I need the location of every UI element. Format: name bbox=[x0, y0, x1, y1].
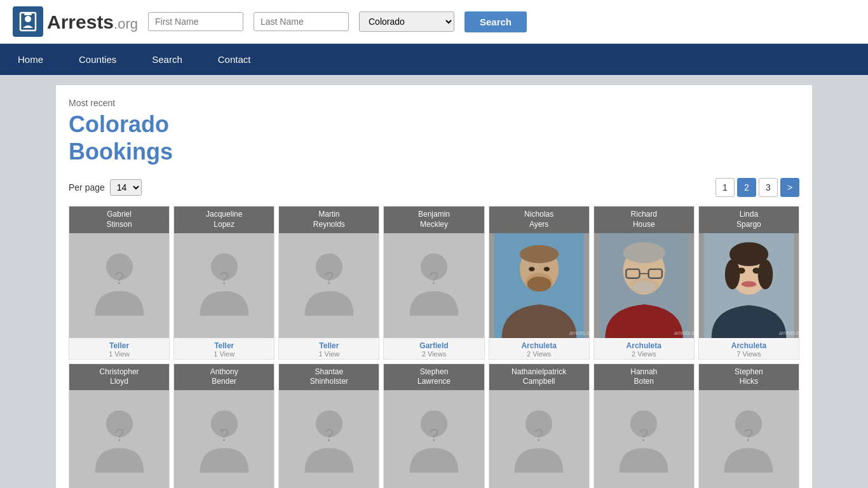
card-views: 1 View bbox=[281, 350, 376, 358]
card-name: AnthonyBender bbox=[174, 364, 274, 390]
page-3[interactable]: 3 bbox=[759, 178, 778, 197]
svg-point-14 bbox=[529, 267, 534, 271]
svg-point-35 bbox=[742, 281, 757, 287]
booking-card-shantae-shinholster[interactable]: ShantaeShinholster ? bbox=[278, 363, 379, 488]
subheading: Most recent bbox=[69, 98, 799, 108]
page-1[interactable]: 1 bbox=[715, 178, 735, 197]
per-page-area: Per page 7 14 21 28 bbox=[69, 179, 142, 196]
svg-text:arrests.org: arrests.org bbox=[674, 330, 693, 336]
card-photo: ? bbox=[384, 390, 484, 488]
nav-contact[interactable]: Contact bbox=[200, 44, 269, 75]
svg-text:?: ? bbox=[430, 426, 439, 445]
card-footer: Teller 1 View bbox=[174, 338, 274, 359]
booking-card-martin-reynolds[interactable]: MartinReynolds ? Teller 1 View bbox=[278, 206, 379, 359]
card-county: Teller bbox=[281, 341, 376, 350]
card-views: 2 Views bbox=[386, 350, 481, 358]
svg-text:?: ? bbox=[430, 269, 439, 288]
main-nav: Home Counties Search Contact bbox=[0, 44, 868, 75]
site-header: Arrests.org Colorado Alabama Alaska Ariz… bbox=[0, 0, 868, 44]
first-name-input[interactable] bbox=[148, 12, 243, 31]
card-photo: ? bbox=[174, 390, 274, 488]
svg-point-31 bbox=[725, 259, 740, 289]
state-select[interactable]: Colorado Alabama Alaska Arizona Californ… bbox=[359, 11, 454, 32]
card-photo: ? bbox=[279, 233, 379, 338]
booking-card-stephen-hicks[interactable]: StephenHicks ? bbox=[698, 363, 799, 488]
card-county: Archuleta bbox=[492, 341, 587, 350]
card-photo: arrests.org bbox=[489, 233, 589, 338]
main-content: Most recent ColoradoBookings Per page 7 … bbox=[56, 85, 812, 488]
card-photo: arrests.org bbox=[594, 233, 694, 338]
svg-point-21 bbox=[623, 242, 665, 263]
card-views: 7 Views bbox=[702, 350, 796, 358]
svg-point-15 bbox=[543, 267, 549, 271]
svg-point-26 bbox=[633, 281, 655, 292]
card-views: 2 Views bbox=[492, 350, 587, 358]
booking-card-hannah-boten[interactable]: HannahBoten ? bbox=[593, 363, 695, 488]
card-name: NathanielpatrickCampbell bbox=[489, 364, 589, 390]
card-photo: ? bbox=[174, 233, 274, 338]
booking-grid: GabrielStinson ? Teller 1 View Jacquelin… bbox=[69, 206, 799, 488]
svg-point-33 bbox=[738, 268, 745, 273]
booking-card-benjamin-meckley[interactable]: BenjaminMeckley ? Garfield 2 Views bbox=[383, 206, 484, 359]
card-county: Archuleta bbox=[597, 341, 691, 350]
card-county: Garfield bbox=[386, 341, 481, 350]
per-page-select[interactable]: 7 14 21 28 bbox=[110, 179, 142, 196]
booking-card-anthony-bender[interactable]: AnthonyBender ? bbox=[173, 363, 275, 488]
controls-row: Per page 7 14 21 28 1 2 3 > bbox=[69, 178, 799, 197]
svg-text:?: ? bbox=[324, 269, 334, 288]
card-photo: ? bbox=[384, 233, 484, 338]
card-footer: Archuleta 2 Views bbox=[489, 338, 589, 359]
svg-text:?: ? bbox=[324, 426, 334, 445]
page-title: ColoradoBookings bbox=[69, 111, 799, 165]
card-name: LindaSpargo bbox=[699, 207, 799, 233]
svg-text:?: ? bbox=[219, 426, 229, 445]
logo-icon bbox=[13, 6, 43, 37]
logo[interactable]: Arrests.org bbox=[13, 6, 138, 37]
svg-point-34 bbox=[752, 268, 760, 273]
card-photo: ? bbox=[69, 390, 169, 488]
svg-text:?: ? bbox=[534, 426, 544, 445]
card-name: NicholasAyers bbox=[489, 207, 589, 233]
card-county: Teller bbox=[72, 341, 166, 350]
last-name-input[interactable] bbox=[254, 12, 349, 31]
svg-text:?: ? bbox=[744, 426, 754, 445]
card-photo: ? bbox=[594, 390, 694, 488]
card-name: GabrielStinson bbox=[69, 207, 169, 233]
card-name: JacquelineLopez bbox=[174, 207, 274, 233]
card-name: StephenHicks bbox=[699, 364, 799, 390]
svg-rect-2 bbox=[24, 13, 32, 15]
card-footer: Archuleta 7 Views bbox=[699, 338, 799, 359]
pagination: 1 2 3 > bbox=[715, 178, 799, 197]
card-photo: ? bbox=[489, 390, 589, 488]
nav-counties[interactable]: Counties bbox=[61, 44, 134, 75]
card-name: BenjaminMeckley bbox=[384, 207, 484, 233]
page-2[interactable]: 2 bbox=[737, 178, 756, 197]
card-name: MartinReynolds bbox=[279, 207, 379, 233]
svg-text:?: ? bbox=[114, 269, 124, 288]
booking-card-richard-house[interactable]: RichardHouse arrests bbox=[593, 206, 695, 359]
svg-text:?: ? bbox=[114, 426, 124, 445]
booking-card-nicholas-ayers[interactable]: NicholasAyers bbox=[489, 206, 590, 359]
card-views: 2 Views bbox=[597, 350, 691, 358]
booking-card-gabriel-stinson[interactable]: GabrielStinson ? Teller 1 View bbox=[69, 206, 170, 359]
booking-card-jacqueline-lopez[interactable]: JacquelineLopez ? Teller 1 View bbox=[173, 206, 275, 359]
card-photo: ? bbox=[699, 390, 799, 488]
card-footer: Garfield 2 Views bbox=[384, 338, 484, 359]
card-name: ChristopherLloyd bbox=[69, 364, 169, 390]
next-page-button[interactable]: > bbox=[780, 178, 799, 197]
per-page-label: Per page bbox=[69, 182, 105, 193]
nav-search[interactable]: Search bbox=[134, 44, 200, 75]
header-search-button[interactable]: Search bbox=[465, 11, 527, 32]
booking-card-stephen-lawrence[interactable]: StephenLawrence ? bbox=[383, 363, 484, 488]
nav-home[interactable]: Home bbox=[0, 44, 61, 75]
card-name: RichardHouse bbox=[594, 207, 694, 233]
booking-card-linda-spargo[interactable]: LindaSpargo arrests. bbox=[698, 206, 799, 359]
card-name: HannahBoten bbox=[594, 364, 694, 390]
card-name: ShantaeShinholster bbox=[279, 364, 379, 390]
svg-text:?: ? bbox=[219, 269, 229, 288]
booking-card-christopher-lloyd[interactable]: ChristopherLloyd ? bbox=[69, 363, 170, 488]
booking-card-nathanielpatrick-campbell[interactable]: NathanielpatrickCampbell ? bbox=[489, 363, 590, 488]
card-views: 1 View bbox=[72, 350, 166, 358]
svg-text:?: ? bbox=[639, 426, 649, 445]
card-photo: arrests.org bbox=[699, 233, 799, 338]
